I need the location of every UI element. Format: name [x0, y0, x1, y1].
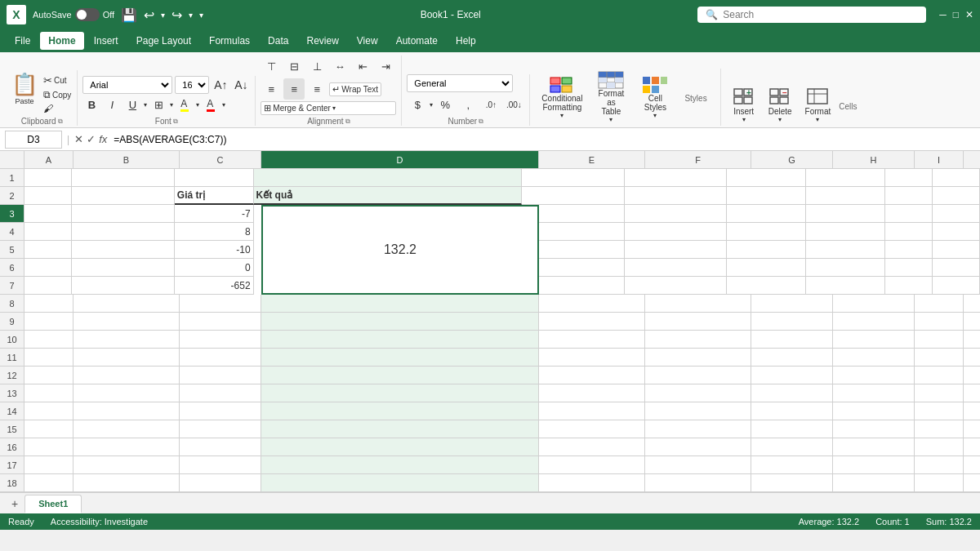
cell-b4[interactable]: [72, 223, 175, 241]
cell-f9[interactable]: [645, 313, 751, 331]
cell-h13[interactable]: [833, 384, 915, 402]
cell-e12[interactable]: [539, 367, 645, 384]
col-header-j[interactable]: J: [964, 151, 980, 169]
align-middle-button[interactable]: ⊟: [283, 56, 305, 77]
insert-cells-button[interactable]: + Insert ▾: [728, 85, 760, 126]
row-num-4[interactable]: 4: [0, 223, 24, 241]
delete-cells-button[interactable]: − Delete ▾: [764, 85, 797, 126]
cell-f8[interactable]: [645, 295, 751, 313]
accounting-dropdown[interactable]: ▾: [430, 101, 433, 109]
cell-j1[interactable]: [933, 169, 980, 187]
cancel-formula-icon[interactable]: ✕: [74, 133, 83, 145]
row-num-3[interactable]: 3: [0, 205, 24, 223]
cell-j15[interactable]: [964, 420, 980, 438]
indent-increase-button[interactable]: ⇥: [375, 56, 396, 77]
cell-i12[interactable]: [915, 367, 964, 384]
cell-g9[interactable]: [751, 313, 833, 331]
col-header-f[interactable]: F: [645, 151, 751, 169]
undo-dropdown[interactable]: ▾: [161, 11, 165, 20]
underline-button[interactable]: U: [123, 96, 141, 113]
cell-g18[interactable]: [751, 474, 833, 492]
col-header-h[interactable]: H: [833, 151, 915, 169]
row-num-10[interactable]: 10: [0, 331, 24, 349]
cell-a2[interactable]: [24, 187, 72, 205]
cell-c9[interactable]: [180, 313, 261, 331]
col-header-e[interactable]: E: [539, 151, 645, 169]
cell-d13[interactable]: [261, 384, 539, 402]
cell-f11[interactable]: [645, 349, 751, 367]
cell-j13[interactable]: [964, 384, 980, 402]
cell-a11[interactable]: [24, 349, 74, 367]
cell-g13[interactable]: [751, 384, 833, 402]
cell-i16[interactable]: [915, 438, 964, 456]
cell-j5[interactable]: [933, 241, 980, 259]
menu-page-layout[interactable]: Page Layout: [128, 32, 199, 50]
menu-help[interactable]: Help: [448, 32, 484, 50]
cell-a9[interactable]: [24, 313, 74, 331]
cell-a3[interactable]: [24, 205, 72, 223]
cell-d10[interactable]: [261, 331, 539, 349]
cell-c1[interactable]: [175, 169, 254, 187]
cell-j3[interactable]: [933, 205, 980, 223]
cell-d11[interactable]: [261, 349, 539, 367]
cell-j8[interactable]: [964, 295, 980, 313]
cell-h5[interactable]: [806, 241, 885, 259]
cell-c15[interactable]: [180, 420, 261, 438]
cell-d12[interactable]: [261, 367, 539, 384]
cell-c11[interactable]: [180, 349, 261, 367]
cell-i15[interactable]: [915, 420, 964, 438]
percent-button[interactable]: %: [434, 94, 456, 115]
cell-g16[interactable]: [751, 438, 833, 456]
cell-j12[interactable]: [964, 367, 980, 384]
cell-f18[interactable]: [645, 474, 751, 492]
cell-h10[interactable]: [833, 331, 915, 349]
row-num-12[interactable]: 12: [0, 367, 24, 384]
cell-a5[interactable]: [24, 241, 72, 259]
font-grow-button[interactable]: A↑: [212, 76, 229, 94]
cell-h3[interactable]: [806, 205, 885, 223]
cell-b9[interactable]: [74, 313, 180, 331]
cell-d2[interactable]: Kết quả: [254, 187, 522, 205]
cell-b18[interactable]: [74, 474, 180, 492]
undo-button[interactable]: ↩: [144, 7, 154, 23]
minimize-button[interactable]: ─: [939, 9, 947, 20]
close-button[interactable]: ✕: [965, 9, 973, 20]
cell-d8[interactable]: [261, 295, 539, 313]
font-color-button[interactable]: A: [202, 96, 220, 113]
cell-i9[interactable]: [915, 313, 964, 331]
menu-file[interactable]: File: [7, 32, 38, 50]
cell-h9[interactable]: [833, 313, 915, 331]
cell-e10[interactable]: [539, 331, 645, 349]
cell-b11[interactable]: [74, 349, 180, 367]
search-input[interactable]: [723, 9, 918, 20]
cell-f12[interactable]: [645, 367, 751, 384]
cell-c6[interactable]: 0: [175, 259, 254, 277]
italic-button[interactable]: I: [103, 96, 121, 113]
cell-d17[interactable]: [261, 456, 539, 474]
cell-h7[interactable]: [806, 277, 885, 295]
cell-j18[interactable]: [964, 474, 980, 492]
cell-b14[interactable]: [74, 402, 180, 420]
cell-g10[interactable]: [751, 331, 833, 349]
cell-d15[interactable]: [261, 420, 539, 438]
cell-h15[interactable]: [833, 420, 915, 438]
menu-automate[interactable]: Automate: [388, 32, 446, 50]
cell-j11[interactable]: [964, 349, 980, 367]
number-format-select[interactable]: General: [407, 74, 513, 92]
font-expand-icon[interactable]: ⧉: [173, 118, 178, 126]
save-icon[interactable]: 💾: [121, 7, 137, 23]
cell-a1[interactable]: [24, 169, 72, 187]
alignment-expand-icon[interactable]: ⧉: [345, 118, 350, 126]
cell-g4[interactable]: [727, 223, 806, 241]
cell-i8[interactable]: [915, 295, 964, 313]
row-num-8[interactable]: 8: [0, 295, 24, 313]
cell-e2[interactable]: [522, 187, 625, 205]
cell-f10[interactable]: [645, 331, 751, 349]
decimal-increase-button[interactable]: .0↑: [480, 94, 501, 115]
comma-button[interactable]: ,: [457, 94, 479, 115]
align-right-button[interactable]: ≡: [306, 78, 327, 100]
search-box[interactable]: 🔍: [697, 7, 926, 23]
cell-f3[interactable]: [625, 205, 728, 223]
cell-d18[interactable]: [261, 474, 539, 492]
cell-h6[interactable]: [806, 259, 885, 277]
